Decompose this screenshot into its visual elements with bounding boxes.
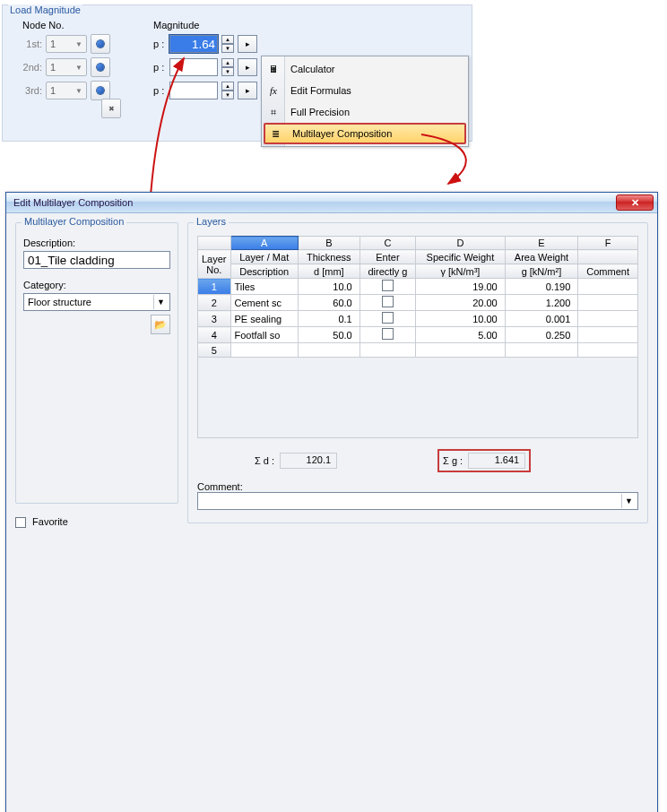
edit-multilayer-dialog: Edit Multilayer Composition ✕ Multilayer… [5,192,658,812]
description-input[interactable] [23,251,170,269]
cell-thickness[interactable]: 60.0 [298,295,359,311]
col-letter-e[interactable]: E [505,237,578,250]
cell-thickness[interactable]: 0.1 [298,311,359,327]
cell-comment[interactable] [578,295,638,311]
col-letter-f[interactable]: F [578,237,638,250]
menu-item-multilayer-composition[interactable]: ≣ Multilayer Composition [264,123,466,144]
cell-enter-directly[interactable] [359,343,415,358]
menu-item-edit-formulas[interactable]: fx Edit Formulas [262,80,468,101]
hdr-d2: γ [kN/m³] [416,264,506,279]
sum-d-value: 120.1 [280,453,337,469]
pick-node-button-1[interactable] [91,34,110,54]
cell-comment[interactable] [578,327,638,343]
cell-area-weight[interactable] [505,343,578,358]
pick-node-button-3[interactable] [91,81,110,100]
cell-specific-weight[interactable]: 19.00 [416,279,506,295]
node-select-3[interactable]: 1▼ [46,82,87,99]
col-letter-c[interactable]: C [359,237,415,250]
col-letter-a[interactable]: A [230,237,298,250]
hdr-c2: directly g [359,264,415,279]
cell-enter-directly[interactable] [359,279,415,295]
cell-thickness[interactable] [298,343,359,358]
spin-up-2[interactable]: ▲ [221,58,234,67]
group-title: Multilayer Composition [22,216,126,227]
hdr-a1: Layer / Mat [230,250,298,264]
col-letter-d[interactable]: D [416,237,506,250]
chevron-down-icon: ▼ [621,494,636,508]
comment-input[interactable]: ▼ [197,492,638,510]
magnitude-input-1[interactable] [169,35,218,53]
table-row[interactable]: 1Tiles10.019.000.190 [198,279,638,295]
magnitude-more-button-2[interactable]: ▸ [238,58,257,76]
hdr-f2: Comment [578,264,638,279]
cell-area-weight[interactable]: 1.200 [505,295,578,311]
row-header[interactable]: 2 [198,295,231,311]
cell-specific-weight[interactable]: 20.00 [416,295,506,311]
layers-icon: ≣ [268,126,282,141]
layers-table[interactable]: A B C D E F Layer No. Layer / Mat Thickn… [197,236,638,358]
spin-down-2[interactable]: ▼ [221,67,234,76]
chevron-down-icon: ▼ [75,64,82,72]
row-header[interactable]: 5 [198,343,231,358]
row-header[interactable]: 4 [198,327,231,343]
ord-2: 2nd: [22,62,42,73]
magnitude-more-button-3[interactable]: ▸ [238,82,257,99]
pick-node-button-2[interactable] [91,57,110,77]
spin-down-3[interactable]: ▼ [221,91,234,99]
sum-row: Σ d : 120.1 Σ g : 1.641 [197,449,638,472]
node-select-1[interactable]: 1▼ [46,35,87,53]
cell-enter-directly[interactable] [359,327,415,343]
spin-down-1[interactable]: ▼ [221,44,234,53]
magnitude-context-menu: 🖩 Calculator fx Edit Formulas ⌗ Full Pre… [261,56,469,147]
magnitude-label: Magnitude [153,20,257,30]
cell-comment[interactable] [578,311,638,327]
cell-thickness[interactable]: 50.0 [298,327,359,343]
layers-title: Layers [194,216,229,227]
close-button[interactable]: ✕ [616,194,654,211]
cell-area-weight[interactable]: 0.250 [505,327,578,343]
table-row[interactable]: 2Cement sc60.020.001.200 [198,295,638,311]
row-header[interactable]: 3 [198,311,231,327]
cell-enter-directly[interactable] [359,311,415,327]
fx-icon: fx [266,83,281,98]
magnitude-input-2[interactable] [169,58,218,76]
chevron-down-icon: ▼ [75,87,82,95]
cell-material[interactable]: Tiles [230,279,298,295]
cell-enter-directly[interactable] [359,295,415,311]
cell-comment[interactable] [578,279,638,295]
cell-material[interactable] [230,343,298,358]
col-letter-b[interactable]: B [298,237,359,250]
row-header[interactable]: 1 [198,279,231,295]
menu-item-full-precision[interactable]: ⌗ Full Precision [262,101,468,123]
category-label: Category: [23,280,170,290]
table-row[interactable]: 4Footfall so50.05.000.250 [198,327,638,343]
delete-nodes-button[interactable]: ✖ [101,99,121,118]
magnitude-more-button-1[interactable]: ▸ [238,35,257,53]
cell-specific-weight[interactable]: 10.00 [416,311,506,327]
menu-item-label: Calculator [290,64,335,74]
node-select-2[interactable]: 1▼ [46,58,87,76]
dialog-titlebar[interactable]: Edit Multilayer Composition ✕ [6,193,657,213]
cell-material[interactable]: Footfall so [230,327,298,343]
category-select[interactable]: Floor structure ▼ [23,293,170,311]
cell-specific-weight[interactable] [416,343,506,358]
cell-area-weight[interactable]: 0.190 [505,279,578,295]
cell-thickness[interactable]: 10.0 [298,279,359,295]
cell-specific-weight[interactable]: 5.00 [416,327,506,343]
cell-material[interactable]: Cement sc [230,295,298,311]
cell-comment[interactable] [578,343,638,358]
menu-item-calculator[interactable]: 🖩 Calculator [262,58,468,80]
hdr-c1: Enter [359,250,415,264]
magnitude-input-3[interactable] [169,82,218,99]
ord-3: 3rd: [22,85,42,96]
p-label-1: p : [153,39,166,49]
cell-area-weight[interactable]: 0.001 [505,311,578,327]
library-button[interactable]: 📂 [151,315,170,334]
spin-up-1[interactable]: ▲ [221,35,234,44]
table-row[interactable]: 3PE sealing0.110.000.001 [198,311,638,327]
table-row[interactable]: 5 [198,343,638,358]
cell-material[interactable]: PE sealing [230,311,298,327]
favorite-checkbox[interactable] [15,517,26,528]
spin-up-3[interactable]: ▲ [221,82,234,91]
load-magnitude-title: Load Magnitude [8,4,82,15]
